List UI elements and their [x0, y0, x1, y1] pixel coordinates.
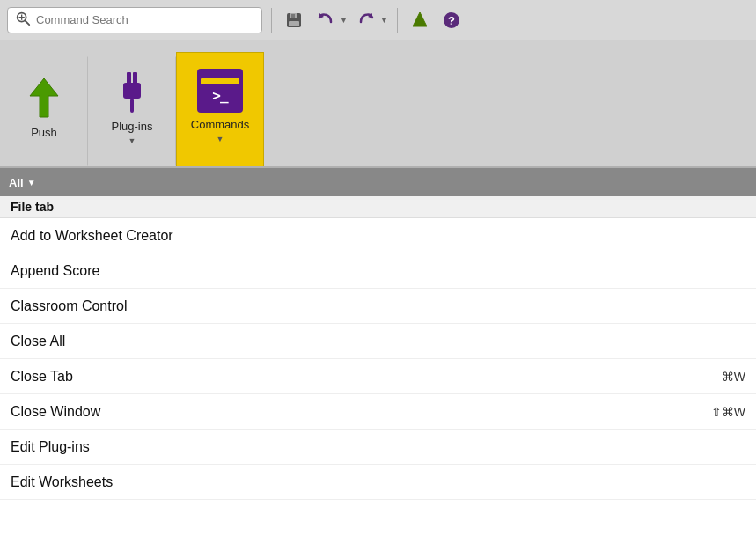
command-search-input[interactable]: [36, 13, 254, 26]
tab-push-label: Push: [31, 126, 57, 139]
commands-icon: >_: [197, 69, 243, 113]
filter-label: All: [9, 176, 24, 189]
redo-icon: [356, 11, 376, 30]
tab-push[interactable]: Push: [0, 56, 88, 166]
command-label: Add to Worksheet Creator: [11, 228, 173, 244]
help-icon: ?: [442, 11, 461, 30]
command-shortcut: ⌘W: [722, 370, 745, 384]
undo-button[interactable]: [312, 9, 339, 32]
list-item[interactable]: Classroom Control: [0, 289, 756, 324]
toolbar: ▼ ▼ ?: [0, 0, 756, 40]
svg-rect-17: [130, 99, 134, 113]
command-list: File tab Add to Worksheet Creator Append…: [0, 196, 756, 536]
tab-bar: Push Plug-ins ▼ >_ Commands ▼: [0, 40, 756, 168]
redo-group: ▼: [353, 9, 388, 32]
list-item[interactable]: Add to Worksheet Creator: [0, 218, 756, 253]
command-label: Append Score: [11, 263, 99, 279]
filter-arrow: ▼: [27, 178, 36, 187]
svg-rect-16: [123, 83, 141, 99]
svg-marker-10: [413, 12, 427, 26]
command-section-header: File tab: [0, 196, 756, 218]
tab-plugins-label: Plug-ins: [112, 120, 153, 133]
separator-1: [271, 8, 272, 33]
svg-marker-13: [30, 78, 58, 117]
svg-line-1: [25, 20, 29, 25]
svg-text:?: ?: [448, 14, 455, 27]
command-label: Close Window: [11, 404, 100, 420]
command-label: Edit Worksheets: [11, 474, 113, 490]
list-item[interactable]: Close Window ⇧⌘W: [0, 394, 756, 430]
svg-rect-15: [133, 72, 137, 84]
list-item[interactable]: Edit Plug-ins: [0, 430, 756, 465]
command-label: Close All: [11, 334, 65, 349]
search-wrapper: [7, 7, 262, 33]
save-icon: [284, 11, 304, 30]
separator-2: [397, 8, 398, 33]
list-item[interactable]: Append Score: [0, 253, 756, 289]
undo-dropdown-arrow[interactable]: ▼: [340, 16, 348, 25]
svg-rect-6: [289, 21, 299, 26]
update-icon: [410, 11, 429, 30]
tab-commands[interactable]: >_ Commands ▼: [176, 52, 264, 166]
list-container: File tab Add to Worksheet Creator Append…: [0, 196, 756, 536]
command-label: Close Tab: [11, 369, 73, 385]
search-icon: [15, 11, 31, 30]
tab-plugins-arrow: ▼: [128, 136, 136, 145]
help-button[interactable]: ?: [438, 9, 465, 32]
tab-plugins[interactable]: Plug-ins ▼: [88, 56, 176, 166]
redo-dropdown-arrow[interactable]: ▼: [380, 16, 388, 25]
svg-rect-7: [291, 14, 295, 18]
command-label: Classroom Control: [11, 298, 127, 314]
list-item[interactable]: Edit Worksheets: [0, 465, 756, 500]
undo-icon: [316, 11, 335, 30]
svg-rect-14: [127, 72, 131, 84]
undo-group: ▼: [312, 9, 348, 32]
command-label: Edit Plug-ins: [11, 439, 90, 455]
plugins-icon: [116, 70, 148, 114]
update-button[interactable]: [407, 9, 433, 32]
tab-commands-arrow: ▼: [217, 135, 224, 143]
push-icon: [26, 77, 62, 121]
save-button[interactable]: [281, 9, 307, 32]
redo-button[interactable]: [353, 9, 379, 32]
list-item[interactable]: Close Tab ⌘W: [0, 359, 756, 394]
command-shortcut: ⇧⌘W: [711, 405, 745, 419]
tab-commands-label: Commands: [191, 118, 249, 131]
filter-bar[interactable]: All ▼: [0, 168, 756, 196]
list-item[interactable]: Close All: [0, 324, 756, 359]
